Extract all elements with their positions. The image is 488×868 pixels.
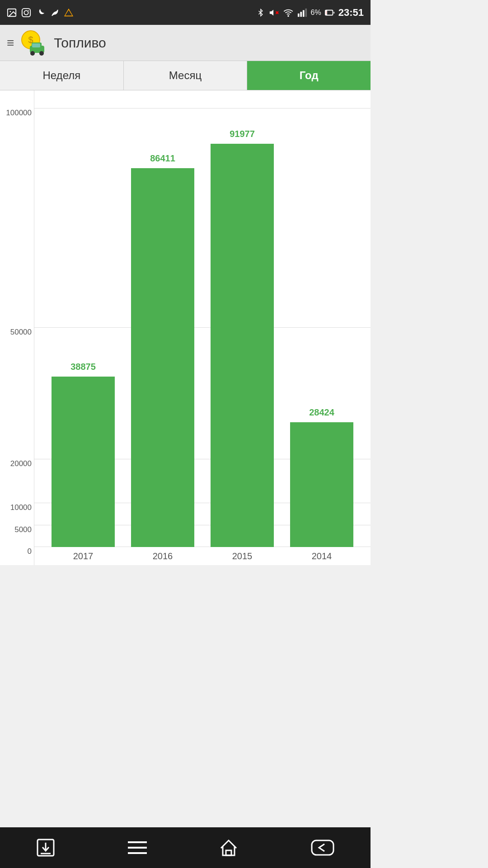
hamburger-menu-icon[interactable]: ≡ [7,36,14,50]
tab-month[interactable]: Месяц [124,61,248,90]
svg-point-23 [39,51,44,56]
svg-rect-14 [305,8,307,16]
x-label-2014: 2014 [286,551,358,561]
bluetooth-icon [257,8,265,18]
y-axis: 100000 50000 20000 10000 5000 0 [0,90,34,565]
y-label-20000: 20000 [10,459,32,468]
svg-rect-12 [300,12,302,17]
status-bar: 6% 23:51 [0,0,371,25]
bars-area: 38875864119197728424 [34,90,371,547]
x-axis: 2017 2016 2015 2014 [34,547,371,565]
svg-rect-13 [303,10,305,17]
tab-year[interactable]: Год [247,61,371,90]
svg-rect-16 [326,10,327,14]
y-label-100000: 100000 [6,108,32,118]
bar-2015 [211,144,274,547]
warning-icon [64,8,74,18]
tabs-container: Неделя Месяц Год [0,61,371,90]
bar-2016 [131,168,194,547]
y-label-5000: 5000 [14,525,32,534]
svg-rect-6 [68,14,69,15]
header: ≡ $ Топливо [0,25,371,61]
image-icon [7,8,17,18]
bar-2014 [290,422,353,547]
bar-group-2016: 86411 [127,90,199,547]
svg-point-4 [28,10,29,11]
x-label-2017: 2017 [47,551,119,561]
svg-point-3 [24,10,28,14]
status-time: 23:51 [338,7,364,19]
signal-icon [297,8,307,18]
bar-group-2015: 91977 [206,90,278,547]
svg-rect-11 [298,13,300,16]
tab-week[interactable]: Неделя [0,61,124,90]
bar-2017 [52,377,115,547]
status-icons-left [7,8,74,18]
volume-mute-icon [268,8,279,18]
svg-rect-5 [68,12,69,14]
leaf-icon [50,8,59,17]
app-icon: $ [21,30,47,56]
bar-group-2017: 38875 [47,90,119,547]
bar-value-2016: 86411 [150,153,175,164]
instagram-icon [21,8,31,18]
chart-area: 100000 50000 20000 10000 5000 0 38875864… [0,90,371,565]
x-label-2015: 2015 [206,551,278,561]
y-label-0: 0 [28,547,32,556]
y-label-50000: 50000 [10,328,32,337]
svg-rect-24 [32,43,40,47]
svg-point-10 [288,15,289,16]
battery-icon [325,8,335,18]
svg-rect-2 [22,8,30,16]
bar-value-2015: 91977 [230,129,255,139]
battery-percent: 6% [311,9,321,17]
y-label-10000: 10000 [10,503,32,512]
svg-point-22 [30,51,35,56]
app-title: Топливо [54,35,106,51]
status-icons-right: 6% 23:51 [257,7,364,19]
bar-value-2017: 38875 [70,362,96,372]
bar-group-2014: 28424 [286,90,358,547]
chart-content: 38875864119197728424 2017 2016 2015 2014 [34,90,371,565]
moon-icon [36,8,46,18]
x-label-2016: 2016 [127,551,199,561]
wifi-icon [283,8,294,18]
svg-point-1 [9,11,11,12]
svg-marker-7 [269,9,273,15]
bar-value-2014: 28424 [309,407,334,418]
